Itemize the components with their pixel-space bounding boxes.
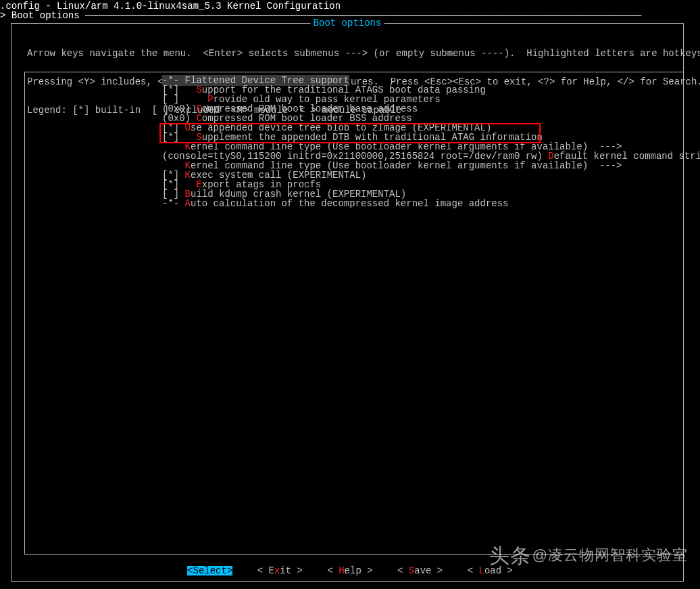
menu-list[interactable]: -*- Flattened Device Tree support[*] Sup… bbox=[162, 76, 700, 208]
menu-item[interactable]: Kernel command line type (Use bootloader… bbox=[162, 142, 700, 151]
load-button[interactable]: < Load > bbox=[468, 566, 513, 575]
menu-item[interactable]: -*- Flattened Device Tree support bbox=[162, 76, 700, 85]
save-button[interactable]: < Save > bbox=[397, 566, 443, 575]
button-bar: <Select> < Exit > < Help > < Save > < Lo… bbox=[0, 566, 700, 575]
menu-item[interactable]: [*] Supplement the appended DTB with tra… bbox=[162, 133, 700, 142]
menu-item[interactable]: (console=ttyS0,115200 initrd=0x21100000,… bbox=[162, 151, 700, 161]
menu-item[interactable]: Kernel command line type (Use bootloader… bbox=[162, 161, 700, 170]
select-button[interactable]: <Select> bbox=[187, 566, 232, 575]
help-button[interactable]: < Help > bbox=[327, 566, 372, 575]
menu-item[interactable]: [ ] Build kdump crash kernel (EXPERIMENT… bbox=[162, 189, 700, 199]
menu-item[interactable]: [*] Support for the traditional ATAGS bo… bbox=[162, 85, 700, 95]
hotkey: A bbox=[185, 198, 191, 209]
menu-item[interactable]: (0x0) Compressed ROM boot loader BSS add… bbox=[162, 114, 700, 123]
menu-item[interactable]: [*] Use appended device tree blob to zIm… bbox=[162, 123, 700, 133]
menu-item[interactable]: [*] Export atags in procfs bbox=[162, 180, 700, 189]
menu-item[interactable]: (0x0) Compressed ROM boot loader base ad… bbox=[162, 104, 700, 114]
exit-button[interactable]: < Exit > bbox=[257, 566, 303, 575]
menu-item[interactable]: [ ] Provide old way to pass kernel param… bbox=[162, 95, 700, 104]
menu-item[interactable]: -*- Auto calculation of the decompressed… bbox=[162, 199, 700, 208]
dialog-title: Boot options bbox=[311, 18, 384, 28]
config-title: .config - Linux/arm 4.1.0-linux4sam_5.3 … bbox=[0, 1, 341, 11]
help-line: Arrow keys navigate the menu. <Enter> se… bbox=[27, 49, 700, 58]
menu-item[interactable]: [*] Kexec system call (EXPERIMENTAL) bbox=[162, 170, 700, 180]
